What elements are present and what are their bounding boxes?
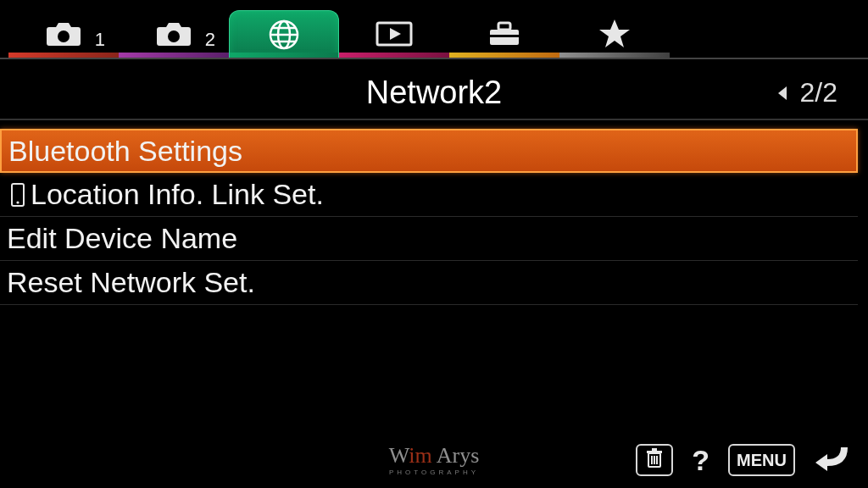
tab-camera2[interactable]: 2	[119, 10, 229, 58]
tab-network[interactable]	[229, 10, 339, 58]
divider	[0, 58, 868, 59]
back-button[interactable]	[814, 442, 851, 478]
svg-rect-10	[498, 23, 510, 30]
svg-rect-18	[652, 448, 657, 451]
menu-button-label: MENU	[737, 451, 787, 470]
tab-camera1[interactable]: 1	[8, 10, 119, 58]
page-count: 2/2	[800, 77, 837, 108]
svg-point-1	[168, 30, 180, 42]
globe-icon	[267, 18, 301, 52]
menu-list: Bluetooth Settings Location Info. Link S…	[0, 129, 858, 305]
menu-item-label: Bluetooth Settings	[8, 135, 242, 168]
page-title: Network2	[366, 75, 503, 111]
tab-favorite[interactable]	[559, 10, 670, 58]
menu-item-label: Location Info. Link Set.	[31, 178, 324, 211]
menu-item-bluetooth-settings[interactable]: Bluetooth Settings	[0, 129, 858, 173]
footer-bar: ? MENU	[636, 442, 851, 478]
star-icon	[598, 17, 632, 51]
chevron-left-icon[interactable]	[776, 77, 788, 108]
svg-point-15	[16, 201, 19, 203]
smartphone-icon	[7, 183, 29, 207]
title-row: Network2 2/2	[0, 71, 868, 114]
camera-icon	[156, 20, 192, 47]
tab-sub-1: 1	[95, 29, 105, 51]
delete-button[interactable]	[636, 444, 673, 476]
camera-icon	[46, 20, 81, 47]
divider	[0, 119, 868, 120]
menu-item-label: Reset Network Set.	[7, 266, 255, 299]
help-button[interactable]: ?	[692, 444, 709, 477]
page-indicator[interactable]: 2/2	[776, 77, 837, 108]
menu-item-edit-device-name[interactable]: Edit Device Name	[0, 217, 858, 261]
menu-item-location-info-link[interactable]: Location Info. Link Set.	[0, 173, 858, 217]
tab-setup[interactable]	[449, 10, 559, 58]
top-tab-strip: 1 2	[0, 0, 868, 58]
menu-item-label: Edit Device Name	[7, 222, 237, 255]
tab-playback[interactable]	[339, 10, 449, 58]
svg-marker-13	[778, 86, 787, 100]
svg-rect-11	[490, 35, 519, 37]
trash-icon	[646, 448, 663, 473]
playback-icon	[376, 21, 413, 47]
svg-rect-17	[647, 451, 662, 453]
camera-menu-screen: 1 2	[0, 0, 868, 488]
back-arrow-icon	[814, 442, 851, 478]
menu-button[interactable]: MENU	[728, 444, 795, 476]
svg-point-0	[58, 30, 70, 42]
menu-item-reset-network[interactable]: Reset Network Set.	[0, 261, 858, 305]
toolbox-icon	[487, 19, 522, 48]
tab-sub-2: 2	[205, 29, 215, 51]
watermark: Wim Arys PHOTOGRAPHY	[389, 443, 480, 476]
svg-marker-12	[599, 19, 630, 47]
svg-marker-8	[390, 28, 401, 40]
